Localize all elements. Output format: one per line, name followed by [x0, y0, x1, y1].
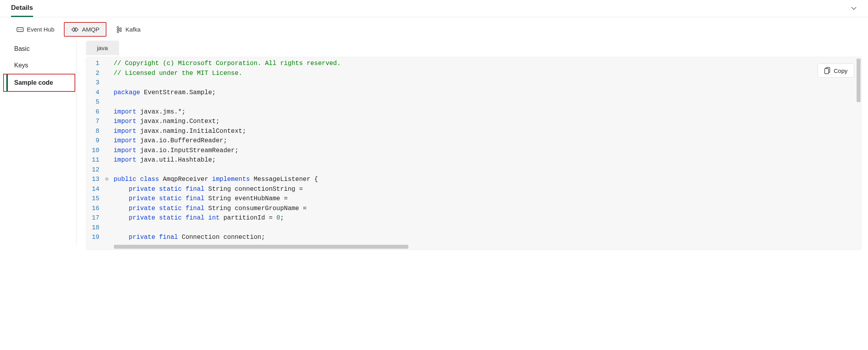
svg-point-6	[117, 31, 119, 33]
sidebar-item-sample-code[interactable]: Sample code	[6, 74, 75, 91]
svg-point-8	[120, 30, 121, 32]
vertical-scrollbar[interactable]	[857, 59, 861, 102]
code-block: Copy 12345678910111213141516171819 ⊟ // …	[86, 57, 862, 250]
event-hub-icon	[17, 26, 24, 33]
svg-point-4	[117, 26, 119, 28]
sidebar: Basic Keys Sample code	[6, 41, 76, 246]
sidebar-item-basic[interactable]: Basic	[6, 41, 76, 57]
svg-point-7	[120, 28, 121, 29]
copy-icon	[824, 67, 831, 74]
tab-label: Kafka	[125, 26, 140, 33]
code-content[interactable]: // Copyright (c) Microsoft Corporation. …	[110, 57, 344, 244]
tab-event-hub[interactable]: Event Hub	[11, 24, 60, 35]
tab-amqp[interactable]: AMQP	[65, 24, 105, 35]
svg-point-2	[20, 29, 20, 30]
svg-point-1	[18, 29, 19, 30]
svg-line-12	[119, 30, 120, 31]
amqp-icon	[71, 27, 79, 32]
language-tab-java[interactable]: java	[86, 41, 119, 55]
kafka-icon	[116, 26, 122, 33]
tab-label: Event Hub	[27, 26, 54, 33]
sidebar-item-keys[interactable]: Keys	[6, 57, 76, 74]
svg-line-11	[119, 28, 120, 29]
svg-point-3	[21, 29, 22, 30]
copy-button[interactable]: Copy	[818, 63, 854, 78]
tab-label: AMQP	[82, 26, 99, 33]
page-title[interactable]: Details	[11, 4, 33, 17]
copy-label: Copy	[834, 67, 848, 74]
tab-kafka[interactable]: Kafka	[110, 24, 146, 35]
svg-rect-14	[825, 69, 829, 74]
protocol-tabs: Event Hub AMQP Kafka	[0, 17, 868, 41]
code-fold-column: ⊟	[103, 57, 110, 244]
chevron-down-icon[interactable]	[851, 5, 857, 16]
horizontal-scrollbar[interactable]	[86, 244, 861, 249]
code-gutter: 12345678910111213141516171819	[86, 57, 103, 244]
